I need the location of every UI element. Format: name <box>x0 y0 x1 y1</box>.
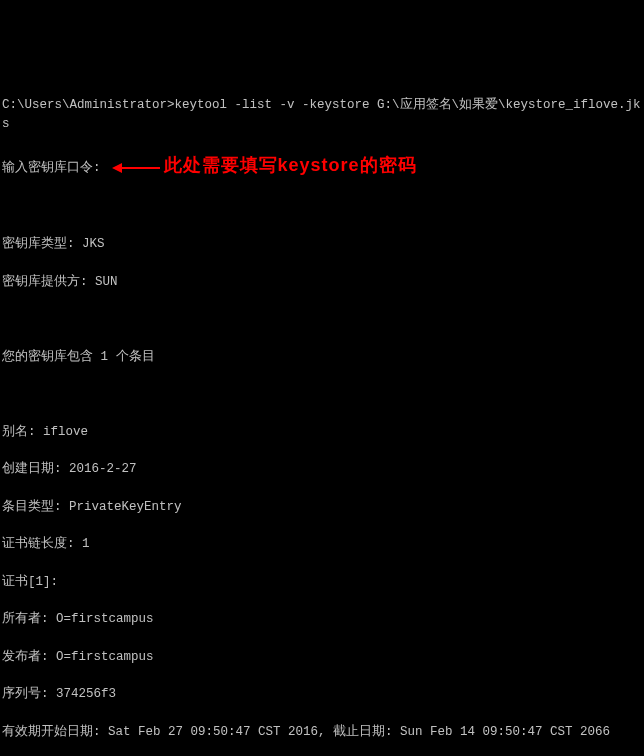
password-prompt-row: 输入密钥库口令: 此处需要填写keystore的密码 <box>2 152 642 179</box>
validity: 有效期开始日期: Sat Feb 27 09:50:47 CST 2016, 截… <box>2 723 642 742</box>
terminal-output: C:\Users\Administrator>keytool -list -v … <box>2 77 642 756</box>
chain-length: 证书链长度: 1 <box>2 535 642 554</box>
entry-type: 条目类型: PrivateKeyEntry <box>2 498 642 517</box>
entry-count: 您的密钥库包含 1 个条目 <box>2 348 642 367</box>
issuer: 发布者: O=firstcampus <box>2 648 642 667</box>
cert-header: 证书[1]: <box>2 573 642 592</box>
annotation-text: 此处需要填写keystore的密码 <box>164 155 417 175</box>
store-type: 密钥库类型: JKS <box>2 235 642 254</box>
serial: 序列号: 374256f3 <box>2 685 642 704</box>
alias: 别名: iflove <box>2 423 642 442</box>
provider: 密钥库提供方: SUN <box>2 273 642 292</box>
arrow-icon <box>120 167 160 169</box>
password-prompt: 输入密钥库口令: <box>2 161 101 175</box>
owner: 所有者: O=firstcampus <box>2 610 642 629</box>
command-line: C:\Users\Administrator>keytool -list -v … <box>2 96 642 134</box>
created-date: 创建日期: 2016-2-27 <box>2 460 642 479</box>
